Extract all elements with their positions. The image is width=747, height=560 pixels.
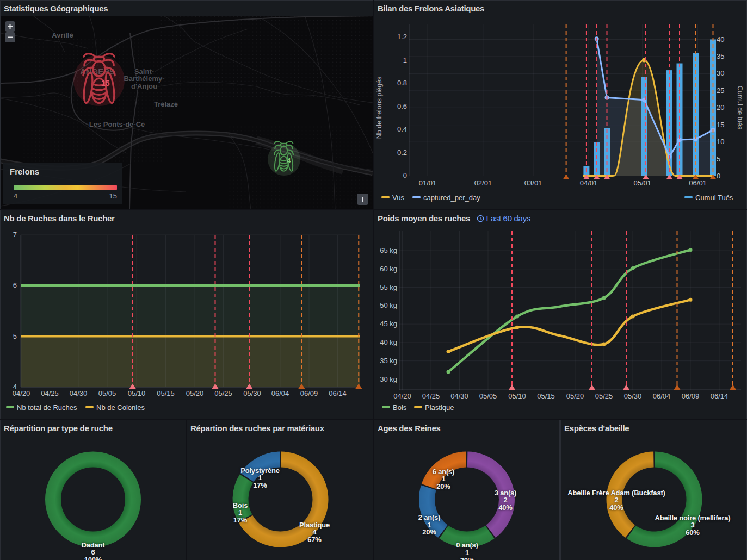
svg-text:05/30: 05/30 (243, 389, 261, 397)
svg-text:7: 7 (13, 231, 17, 239)
svg-text:06/01: 06/01 (689, 179, 707, 187)
svg-text:20%: 20% (436, 482, 450, 490)
svg-text:05/20: 05/20 (566, 392, 584, 400)
svg-text:4: 4 (13, 383, 17, 391)
svg-text:5: 5 (717, 155, 720, 163)
svg-text:05/20: 05/20 (186, 389, 204, 397)
svg-text:20: 20 (717, 103, 724, 111)
svg-text:0: 0 (403, 171, 407, 179)
svg-text:0.2: 0.2 (397, 148, 407, 157)
svg-text:06/14: 06/14 (329, 389, 347, 397)
svg-text:05/05: 05/05 (479, 392, 497, 400)
svg-text:captured_per_day: captured_per_day (423, 194, 480, 202)
svg-text:25: 25 (717, 86, 724, 95)
svg-text:0.4: 0.4 (397, 125, 407, 133)
svg-text:04/30: 04/30 (450, 392, 468, 400)
svg-text:05/10: 05/10 (128, 389, 146, 397)
svg-text:15: 15 (717, 121, 724, 129)
svg-text:30 kg: 30 kg (380, 375, 397, 383)
svg-text:02/01: 02/01 (474, 179, 492, 187)
svg-text:15: 15 (109, 192, 117, 200)
svg-text:35 kg: 35 kg (380, 357, 397, 365)
svg-text:40%: 40% (498, 503, 513, 512)
svg-text:01/01: 01/01 (419, 179, 437, 187)
svg-text:40%: 40% (609, 503, 623, 512)
svg-text:40: 40 (717, 35, 724, 43)
svg-text:05/05: 05/05 (98, 389, 116, 397)
svg-text:05/15: 05/15 (157, 389, 175, 397)
svg-text:06/09: 06/09 (682, 392, 700, 400)
svg-text:i: i (362, 196, 364, 204)
svg-text:d'Anjou: d'Anjou (131, 82, 157, 90)
svg-text:Cumul de tués: Cumul de tués (736, 86, 744, 130)
svg-text:67%: 67% (307, 536, 322, 544)
svg-text:04/25: 04/25 (422, 392, 440, 400)
svg-text:04/25: 04/25 (41, 389, 59, 397)
svg-text:20%: 20% (422, 528, 436, 536)
svg-text:60%: 60% (686, 528, 700, 537)
svg-text:35: 35 (717, 52, 724, 60)
svg-text:Vus: Vus (392, 194, 404, 202)
svg-text:Avrillé: Avrillé (52, 31, 73, 39)
svg-text:0.8: 0.8 (397, 79, 407, 87)
svg-text:100%: 100% (84, 556, 102, 560)
svg-text:06/04: 06/04 (653, 392, 671, 400)
svg-text:60 kg: 60 kg (380, 265, 397, 273)
svg-text:Nb de Colonies: Nb de Colonies (96, 403, 145, 412)
svg-text:0.6: 0.6 (397, 102, 407, 110)
svg-text:0: 0 (717, 172, 720, 180)
svg-text:50 kg: 50 kg (380, 301, 397, 309)
svg-text:05/10: 05/10 (508, 392, 526, 400)
svg-text:Bois: Bois (393, 403, 407, 412)
svg-text:06/14: 06/14 (711, 392, 729, 400)
svg-text:1.2: 1.2 (397, 33, 407, 41)
svg-text:06/09: 06/09 (300, 389, 318, 397)
svg-text:65 kg: 65 kg (380, 246, 397, 254)
svg-text:Cumul Tués: Cumul Tués (695, 194, 733, 202)
svg-text:Nb total de Ruches: Nb total de Ruches (17, 403, 77, 412)
svg-text:Plastique: Plastique (425, 403, 454, 412)
svg-text:05/25: 05/25 (595, 392, 613, 400)
svg-text:4: 4 (14, 192, 17, 200)
svg-text:Frelons: Frelons (10, 167, 39, 176)
svg-text:04/01: 04/01 (580, 179, 598, 187)
svg-text:05/30: 05/30 (624, 392, 642, 400)
svg-text:17%: 17% (253, 481, 267, 489)
svg-text:Trélazé: Trélazé (154, 100, 178, 108)
svg-text:05/01: 05/01 (633, 179, 651, 187)
svg-text:4: 4 (287, 157, 291, 165)
svg-text:30: 30 (717, 69, 724, 77)
svg-text:04/30: 04/30 (70, 389, 88, 397)
svg-text:1: 1 (403, 56, 407, 64)
svg-text:04/20: 04/20 (393, 392, 411, 400)
svg-text:40 kg: 40 kg (380, 338, 397, 346)
svg-text:5: 5 (13, 332, 17, 340)
svg-text:10: 10 (717, 138, 724, 146)
svg-text:Les Ponts-de-Cé: Les Ponts-de-Cé (89, 120, 145, 128)
svg-text:05/25: 05/25 (214, 389, 232, 397)
svg-text:6: 6 (13, 281, 17, 289)
svg-text:05/15: 05/15 (537, 392, 555, 400)
svg-text:17%: 17% (233, 516, 248, 524)
svg-text:15: 15 (101, 79, 110, 88)
svg-text:45 kg: 45 kg (380, 320, 397, 328)
svg-text:55 kg: 55 kg (380, 283, 397, 291)
svg-text:Nb de frelons piégés: Nb de frelons piégés (375, 77, 383, 139)
svg-text:06/04: 06/04 (271, 389, 289, 397)
svg-text:20%: 20% (460, 556, 474, 560)
svg-text:03/01: 03/01 (524, 179, 542, 187)
